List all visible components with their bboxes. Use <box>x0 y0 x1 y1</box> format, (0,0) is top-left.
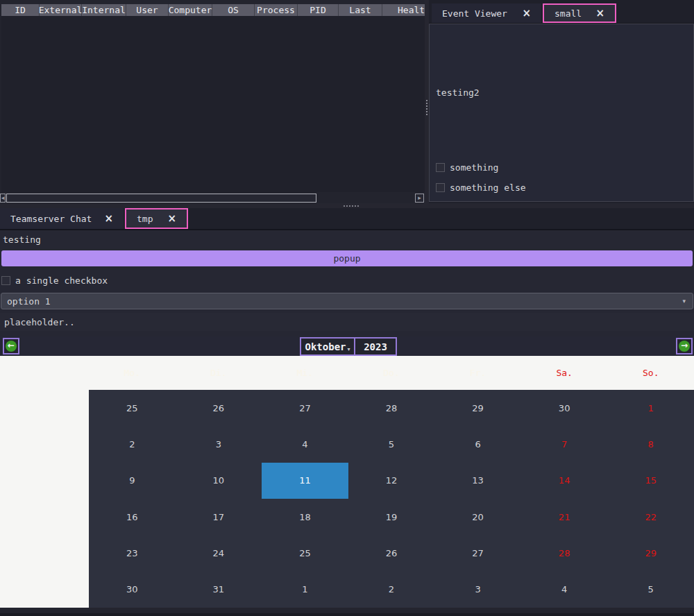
scroll-right-button[interactable]: ▸ <box>415 194 424 203</box>
calendar-day[interactable]: 30 <box>89 572 176 608</box>
close-icon[interactable]: × <box>595 8 604 19</box>
close-icon[interactable]: × <box>522 8 531 19</box>
checkbox-icon[interactable] <box>1 276 10 285</box>
scroll-left-button[interactable]: ◂ <box>0 194 6 203</box>
chevron-down-icon: ▾ <box>682 298 686 305</box>
calendar-day[interactable]: 6 <box>434 426 521 462</box>
calendar-grid: 2526272829301234567891011121314151617181… <box>89 390 694 608</box>
column-header-external[interactable]: External <box>40 4 82 16</box>
weekday-header: Mi. <box>262 356 348 390</box>
calendar-day[interactable]: 10 <box>176 463 262 499</box>
checkbox-something-else[interactable]: something else <box>436 182 526 193</box>
column-header-last[interactable]: Last <box>339 4 382 16</box>
calendar-nav: ← Oktober ▾ 2023 → <box>0 336 694 356</box>
checkbox-icon[interactable] <box>436 183 445 192</box>
calendar-day[interactable]: 27 <box>262 390 348 426</box>
calendar-day[interactable]: 2 <box>348 572 435 608</box>
column-header-computer[interactable]: Computer <box>169 4 212 16</box>
horizontal-scrollbar[interactable]: ◂ ▸ <box>0 193 425 203</box>
calendar-day[interactable]: 28 <box>521 535 608 571</box>
calendar-day[interactable]: 18 <box>262 499 348 535</box>
text-input[interactable] <box>0 313 694 331</box>
checkbox-icon[interactable] <box>436 163 445 172</box>
tab-small[interactable]: small × <box>543 3 616 23</box>
calendar-day-selected[interactable]: 11 <box>262 463 348 499</box>
calendar-day[interactable]: 4 <box>262 426 348 462</box>
table-header: IDExternalInternalUserComputerOSProcessP… <box>1 4 425 16</box>
horizontal-splitter[interactable] <box>0 203 694 208</box>
calendar-day[interactable]: 3 <box>434 572 521 608</box>
calendar-day[interactable]: 26 <box>348 535 435 571</box>
column-header-id[interactable]: ID <box>1 4 40 16</box>
calendar-day[interactable]: 28 <box>348 390 435 426</box>
left-arrow-icon: ← <box>6 341 17 352</box>
checkbox-something[interactable]: something <box>436 162 498 173</box>
event-tabbar: Event Viewer × small × <box>429 3 694 23</box>
calendar-day[interactable]: 5 <box>348 426 435 462</box>
calendar-day[interactable]: 3 <box>176 426 262 462</box>
calendar-day[interactable]: 25 <box>262 535 348 571</box>
tab-tmp[interactable]: tmp × <box>125 208 188 229</box>
sessions-panel: IDExternalInternalUserComputerOSProcessP… <box>0 0 425 203</box>
column-header-user[interactable]: User <box>126 4 169 16</box>
close-icon[interactable]: × <box>167 214 176 224</box>
checkbox-label: something <box>450 162 498 173</box>
calendar-day[interactable]: 1 <box>262 572 348 608</box>
calendar-day[interactable]: 26 <box>176 390 262 426</box>
calendar-day[interactable]: 20 <box>434 499 521 535</box>
month-button[interactable]: Oktober ▾ <box>300 337 355 356</box>
option-select[interactable]: option 1 ▾ <box>1 293 693 309</box>
single-checkbox[interactable]: a single checkbox <box>1 275 108 286</box>
calendar-day[interactable]: 31 <box>176 572 262 608</box>
calendar-day[interactable]: 1 <box>607 390 694 426</box>
column-header-process[interactable]: Process <box>255 4 298 16</box>
calendar-day[interactable]: 30 <box>521 390 608 426</box>
select-value: option 1 <box>7 296 51 307</box>
calendar-day[interactable]: 29 <box>434 390 521 426</box>
calendar-day[interactable]: 27 <box>434 535 521 571</box>
scroll-right-icon: ▸ <box>418 195 421 201</box>
column-header-health[interactable]: Health <box>382 4 425 16</box>
column-header-os[interactable]: OS <box>212 4 255 16</box>
tab-teamserver-chat[interactable]: Teamserver Chat × <box>0 208 124 229</box>
next-month-button[interactable]: → <box>676 338 693 354</box>
bottom-strip <box>0 608 694 616</box>
calendar-day[interactable]: 7 <box>521 426 608 462</box>
calendar-day[interactable]: 16 <box>89 499 176 535</box>
calendar-day[interactable]: 24 <box>176 535 262 571</box>
calendar-day[interactable]: 4 <box>521 572 608 608</box>
prev-month-button[interactable]: ← <box>3 338 19 354</box>
column-header-pid[interactable]: PID <box>298 4 339 16</box>
scrollbar-thumb[interactable] <box>6 194 316 203</box>
close-icon[interactable]: × <box>104 214 113 224</box>
calendar-day[interactable]: 14 <box>521 463 608 499</box>
calendar-day[interactable]: 8 <box>607 426 694 462</box>
tab-event-viewer[interactable]: Event Viewer × <box>432 3 541 23</box>
calendar-day[interactable]: 21 <box>521 499 608 535</box>
tab-label: tmp <box>137 214 153 224</box>
calendar-day[interactable]: 13 <box>434 463 521 499</box>
weekday-header: So. <box>607 356 694 390</box>
calendar-day[interactable]: 12 <box>348 463 435 499</box>
calendar-day[interactable]: 25 <box>89 390 176 426</box>
popup-button[interactable]: popup <box>1 250 693 266</box>
calendar-day[interactable]: 2 <box>89 426 176 462</box>
chat-tabbar: Teamserver Chat × tmp × <box>0 208 694 229</box>
splitter-grip-icon <box>426 100 428 117</box>
calendar-day[interactable]: 5 <box>607 572 694 608</box>
calendar-day[interactable]: 19 <box>348 499 435 535</box>
weekday-header: Do. <box>348 356 435 390</box>
year-spinner[interactable]: 2023 <box>354 337 397 356</box>
calendar-day[interactable]: 22 <box>607 499 694 535</box>
event-panel: Event Viewer × small × testing2 somethin… <box>429 0 694 203</box>
column-header-internal[interactable]: Internal <box>82 4 126 16</box>
checkbox-label: a single checkbox <box>15 275 108 286</box>
calendar-day[interactable]: 29 <box>607 535 694 571</box>
calendar-day[interactable]: 17 <box>176 499 262 535</box>
calendar-day[interactable]: 9 <box>89 463 176 499</box>
calendar-day[interactable]: 23 <box>89 535 176 571</box>
calendar-day[interactable]: 15 <box>607 463 694 499</box>
year-label: 2023 <box>364 341 387 352</box>
weekday-header: Mo. <box>89 356 176 390</box>
table-body[interactable] <box>1 16 425 192</box>
